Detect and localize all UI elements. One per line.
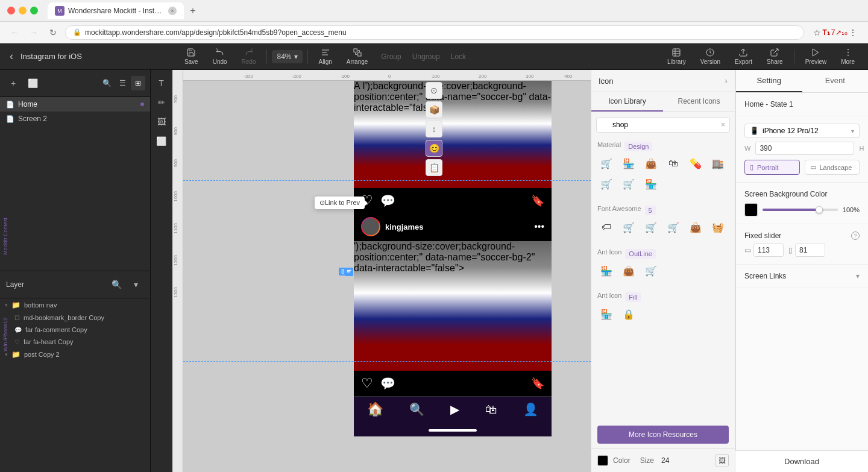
pen-tool-btn[interactable]: ✏: [153, 94, 170, 111]
comment-action[interactable]: 💬: [380, 194, 395, 208]
layer-bottom-nav[interactable]: ▾ 📁 bottom nav: [0, 298, 150, 312]
align-btn[interactable]: Align: [313, 45, 338, 68]
back-project-btn[interactable]: ‹: [7, 48, 16, 65]
layer-search-btn[interactable]: 🔍: [108, 276, 125, 293]
fa-basket[interactable]: 🧺: [709, 218, 727, 236]
undo-btn[interactable]: Undo: [207, 45, 233, 68]
heart-action-2[interactable]: ♡: [361, 376, 373, 391]
nav-play-icon[interactable]: ▶: [450, 402, 459, 417]
refresh-btn[interactable]: ↻: [46, 25, 60, 40]
screen-links-row[interactable]: Screen Links ▾: [744, 272, 860, 280]
tab-recent-icons[interactable]: Recent Icons: [663, 92, 735, 112]
target-tool[interactable]: ⊙: [426, 82, 442, 99]
back-btn[interactable]: ←: [7, 25, 22, 40]
arrange-btn[interactable]: Arrange: [341, 45, 374, 68]
post-more-btn[interactable]: •••: [534, 221, 544, 232]
material-design-tab[interactable]: Design: [624, 142, 652, 151]
fa-cart[interactable]: 🛒: [620, 218, 638, 236]
version-btn[interactable]: Version: [694, 45, 726, 68]
clipboard-tool[interactable]: 📋: [426, 159, 442, 176]
add-page-btn[interactable]: +: [5, 75, 22, 92]
group-btn[interactable]: Group: [376, 50, 406, 63]
ant-fill-lock[interactable]: 🔒: [620, 305, 638, 323]
landscape-btn[interactable]: ▭ Landscape: [805, 160, 860, 175]
new-tab-btn[interactable]: +: [186, 4, 200, 17]
search-page-btn[interactable]: 🔍: [99, 76, 114, 90]
image-tool-btn[interactable]: 🖼: [153, 113, 170, 130]
canvas-area[interactable]: -300 -200 -100 0 100 200 300 400 500 600…: [172, 70, 591, 472]
fixed-w-input[interactable]: [753, 244, 784, 257]
icon-trolley[interactable]: 🛒: [620, 175, 638, 193]
fixed-h-input[interactable]: [795, 244, 825, 257]
fa-5-tab[interactable]: 5: [645, 206, 656, 215]
layer-post-copy2[interactable]: ▾ 📁 post Copy 2: [0, 348, 150, 361]
export-btn[interactable]: Export: [729, 45, 758, 68]
layer-comment[interactable]: 💬 far fa-comment Copy: [0, 324, 150, 336]
tab-close-btn[interactable]: ×: [168, 7, 177, 15]
ant-outline-tab[interactable]: OutLine: [625, 249, 656, 259]
browser-tab[interactable]: M Wondershare Mockitt - Instagr... ×: [48, 2, 184, 19]
url-bar[interactable]: 🔒 mockittapp.wondershare.com/app/design/…: [65, 25, 804, 40]
icon-cart-off[interactable]: 🛍: [664, 154, 682, 172]
screen-tool-btn[interactable]: ⬜: [153, 133, 170, 149]
download-btn[interactable]: Download: [735, 450, 868, 472]
ant-bag[interactable]: 👜: [620, 262, 638, 280]
tab-icon-library[interactable]: Icon Library: [591, 92, 663, 112]
forward-btn[interactable]: →: [27, 25, 41, 40]
icon-search-input[interactable]: [596, 117, 730, 133]
redo-btn[interactable]: Redo: [236, 45, 262, 68]
more-toolbar-btn[interactable]: More: [835, 45, 861, 68]
maximize-dot[interactable]: [30, 7, 38, 14]
more-nav-btn[interactable]: ⋮: [845, 25, 861, 40]
fa-cart2[interactable]: 🛒: [642, 218, 660, 236]
nav-home-icon[interactable]: 🏠: [367, 401, 383, 417]
close-dot[interactable]: [7, 7, 15, 14]
share-btn[interactable]: Share: [761, 45, 789, 68]
icon-pill[interactable]: 💊: [687, 154, 705, 172]
lock-btn[interactable]: Lock: [446, 50, 471, 63]
list-view-btn[interactable]: ☰: [115, 76, 130, 90]
fa-bag[interactable]: 👜: [687, 218, 705, 236]
minimize-dot[interactable]: [19, 7, 27, 14]
grid-view-btn[interactable]: ⊞: [131, 76, 145, 90]
fa-cart3[interactable]: 🛒: [664, 218, 682, 236]
fa-tag[interactable]: 🏷: [597, 218, 615, 236]
device-select[interactable]: 📱 iPhone 12 Pro/12 ▾: [744, 124, 860, 138]
ant-store[interactable]: 🏪: [597, 262, 615, 280]
ant-fill-tab[interactable]: Fill: [625, 292, 641, 302]
bg-slider-thumb[interactable]: [816, 206, 823, 213]
page-home[interactable]: 📄 Home: [0, 97, 150, 112]
ant-fill-store[interactable]: 🏪: [597, 305, 615, 323]
tab-event[interactable]: Event: [802, 70, 869, 92]
tab-setting[interactable]: Setting: [736, 70, 802, 92]
icon-cart[interactable]: 🛒: [597, 154, 615, 172]
layer-heart[interactable]: ♡ far fa-heart Copy: [0, 336, 150, 348]
layer-more-btn[interactable]: ▾: [127, 276, 144, 293]
zoom-btn[interactable]: 84% ▾: [272, 50, 302, 63]
color-swatch[interactable]: [597, 455, 608, 466]
icon-store[interactable]: 🏪: [620, 154, 638, 172]
frame-btn[interactable]: ⬜: [24, 75, 41, 92]
layer-bookmark[interactable]: ☐ md-bookmark_border Copy: [0, 312, 150, 324]
nav-profile-icon[interactable]: 👤: [523, 402, 538, 417]
preview-btn[interactable]: Preview: [799, 45, 833, 68]
width-input[interactable]: [755, 142, 854, 155]
text-tool-btn[interactable]: T: [153, 75, 170, 92]
image-insert-btn[interactable]: 🖼: [715, 454, 729, 467]
library-btn[interactable]: Library: [661, 45, 692, 68]
portrait-btn[interactable]: ▯ Portrait: [744, 160, 800, 175]
nav-shop-icon[interactable]: 🛍: [485, 403, 497, 417]
help-icon[interactable]: ?: [851, 231, 860, 240]
emoji-tool[interactable]: 😊: [426, 140, 442, 157]
comment-action-2[interactable]: 💬: [380, 376, 395, 391]
resize-tool[interactable]: ↕: [426, 121, 442, 137]
search-clear-btn[interactable]: ×: [721, 121, 725, 129]
cube-tool[interactable]: 📦: [426, 101, 442, 118]
icon-store2[interactable]: 🏬: [709, 154, 727, 172]
bg-color-swatch[interactable]: [744, 203, 758, 216]
bookmark-action[interactable]: 🔖: [531, 194, 544, 207]
ant-cart[interactable]: 🛒: [642, 262, 660, 280]
icon-bag[interactable]: 👜: [642, 154, 660, 172]
ungroup-btn[interactable]: Ungroup: [407, 50, 445, 63]
bookmark-action-2[interactable]: 🔖: [531, 377, 544, 390]
